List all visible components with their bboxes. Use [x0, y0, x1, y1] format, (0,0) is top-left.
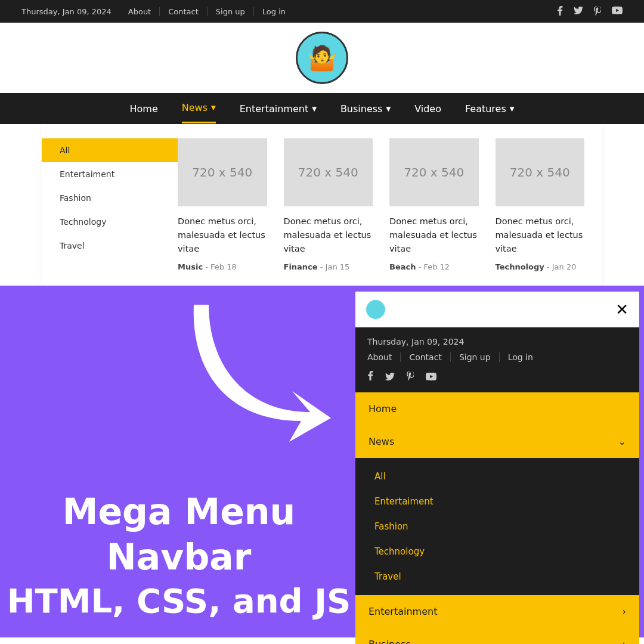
twitter-icon[interactable]: [574, 7, 583, 16]
mega-sidebar: All Entertaiment Fashion Technology Trav…: [42, 138, 178, 271]
chevron-down-icon: ▼: [211, 104, 216, 111]
mobile-sub-item[interactable]: Technology: [355, 539, 639, 564]
article-card[interactable]: 720 x 540 Donec metus orci, malesuada et…: [496, 138, 585, 271]
sidebar-item-all[interactable]: All: [42, 138, 178, 162]
sidebar-item-fashion[interactable]: Fashion: [42, 186, 178, 210]
youtube-icon[interactable]: [426, 370, 436, 383]
mobile-sub-item[interactable]: Fashion: [355, 514, 639, 539]
sidebar-item-travel[interactable]: Travel: [42, 234, 178, 258]
mobile-about-link[interactable]: About: [367, 352, 401, 362]
article-meta: Beach - Feb 12: [389, 262, 479, 271]
facebook-icon[interactable]: [557, 6, 563, 17]
mobile-nav-business[interactable]: Business›: [355, 628, 639, 644]
chevron-down-icon: ▼: [312, 106, 317, 112]
nav-business[interactable]: Business▼: [340, 95, 391, 123]
date-text: Thursday, Jan 09, 2024: [21, 7, 120, 16]
top-bar: Thursday, Jan 09, 2024 About Contact Sig…: [0, 0, 644, 23]
article-title: Donec metus orci, malesuada et lectus vi…: [389, 215, 479, 256]
nav-news[interactable]: News▼: [182, 94, 216, 123]
article-meta: Finance - Jan 15: [284, 262, 373, 271]
youtube-icon[interactable]: [612, 7, 623, 16]
mobile-nav-entertainment[interactable]: Entertainment›: [355, 595, 639, 628]
mobile-nav-home[interactable]: Home: [355, 392, 639, 425]
mobile-sub-item[interactable]: All: [355, 464, 639, 489]
contact-link[interactable]: Contact: [168, 7, 199, 16]
chevron-down-icon: ▼: [510, 106, 515, 112]
nav-video[interactable]: Video: [414, 95, 441, 123]
mobile-nav-news[interactable]: News⌄: [355, 425, 639, 458]
mobile-signup-link[interactable]: Sign up: [459, 352, 500, 362]
chevron-right-icon: ›: [623, 639, 626, 644]
pinterest-icon[interactable]: [407, 370, 414, 383]
article-card[interactable]: 720 x 540 Donec metus orci, malesuada et…: [389, 138, 479, 271]
thumbnail: 720 x 540: [284, 138, 373, 206]
article-title: Donec metus orci, malesuada et lectus vi…: [496, 215, 585, 256]
mobile-login-link[interactable]: Log in: [508, 352, 541, 362]
main-nav: Home News▼ Entertainment▼ Business▼ Vide…: [0, 93, 644, 124]
signup-link[interactable]: Sign up: [216, 7, 245, 16]
mobile-sub-item[interactable]: Entertaiment: [355, 489, 639, 514]
mobile-sub-item[interactable]: Travel: [355, 564, 639, 589]
thumbnail: 720 x 540: [496, 138, 585, 206]
article-title: Donec metus orci, malesuada et lectus vi…: [284, 215, 373, 256]
pinterest-icon[interactable]: [594, 6, 601, 17]
login-link[interactable]: Log in: [262, 7, 286, 16]
nav-home[interactable]: Home: [130, 95, 158, 123]
thumbnail: 720 x 540: [389, 138, 479, 206]
article-title: Donec metus orci, malesuada et lectus vi…: [178, 215, 267, 256]
sidebar-item-entertainment[interactable]: Entertaiment: [42, 162, 178, 186]
close-icon[interactable]: ✕: [615, 301, 628, 318]
about-link[interactable]: About: [128, 7, 151, 16]
facebook-icon[interactable]: [367, 370, 373, 383]
sidebar-item-technology[interactable]: Technology: [42, 210, 178, 234]
site-logo[interactable]: 🤷: [296, 32, 348, 84]
article-meta: Technology - Jan 20: [496, 262, 585, 271]
mobile-date: Thursday, Jan 09, 2024: [367, 337, 627, 346]
mobile-menu: ✕ Thursday, Jan 09, 2024 About Contact S…: [355, 292, 639, 644]
mobile-logo[interactable]: [366, 300, 385, 319]
hero-section: Mega Menu Navbar HTML, CSS, and JS ✕ Thu…: [0, 286, 644, 637]
chevron-right-icon: ›: [623, 606, 626, 617]
article-card[interactable]: 720 x 540 Donec metus orci, malesuada et…: [284, 138, 373, 271]
nav-entertainment[interactable]: Entertainment▼: [240, 95, 317, 123]
article-meta: Music - Feb 18: [178, 262, 267, 271]
thumbnail: 720 x 540: [178, 138, 267, 206]
arrow-icon: [173, 293, 340, 448]
mobile-contact-link[interactable]: Contact: [409, 352, 450, 362]
article-card[interactable]: 720 x 540 Donec metus orci, malesuada et…: [178, 138, 267, 271]
chevron-down-icon: ▼: [386, 106, 391, 112]
hero-text: Mega Menu Navbar HTML, CSS, and JS: [0, 492, 358, 620]
chevron-down-icon: ⌄: [618, 436, 626, 447]
logo-area: 🤷: [0, 23, 644, 93]
mega-menu: All Entertaiment Fashion Technology Trav…: [42, 124, 602, 286]
nav-features[interactable]: Features▼: [465, 95, 515, 123]
twitter-icon[interactable]: [385, 370, 395, 383]
